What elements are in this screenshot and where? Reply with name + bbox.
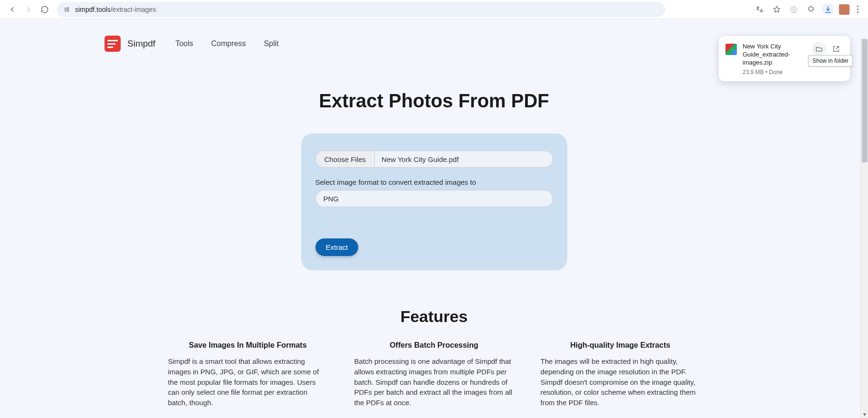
bookmark-star-icon[interactable] [771,3,783,16]
format-select[interactable]: PNG [315,190,553,207]
nav-compress[interactable]: Compress [211,39,246,48]
forward-icon[interactable] [24,5,33,14]
brand-name: Simpdf [127,38,155,49]
features-heading: Features [0,307,868,326]
file-input-row: Choose Files New York City Guide.pdf [315,151,553,168]
primary-nav: Tools Compress Split [175,39,278,48]
features-section: Features Save Images In Multiple Formats… [0,307,868,408]
globe-icon[interactable] [788,3,800,16]
choose-files-button[interactable]: Choose Files [316,151,375,167]
open-external-icon[interactable] [829,42,843,56]
extensions-icon[interactable] [805,3,817,16]
scrollbar[interactable]: ▲ ▼ [860,38,868,418]
scroll-down-icon[interactable]: ▼ [861,410,868,418]
feature-body: The images will be extracted in high qua… [541,356,700,408]
reload-icon[interactable] [40,5,49,14]
site-settings-icon[interactable] [63,6,70,13]
browser-menu-icon[interactable] [854,6,861,13]
feature-card: High-quality Image Extracts The images w… [541,341,700,408]
svg-point-0 [67,7,68,8]
browser-toolbar: simpdf.tools/extract-images [0,0,868,19]
format-label: Select image format to convert extracted… [315,178,553,186]
svg-point-1 [67,10,68,11]
nav-split[interactable]: Split [264,39,278,48]
show-in-folder-icon[interactable] [812,42,826,56]
scroll-thumb[interactable] [862,39,868,162]
nav-tools[interactable]: Tools [175,39,193,48]
address-bar[interactable]: simpdf.tools/extract-images [57,2,665,17]
feature-card: Offers Batch Processing Batch processing… [354,341,514,408]
feature-card: Save Images In Multiple Formats Simpdf i… [168,341,328,408]
brand[interactable]: Simpdf [105,36,155,52]
download-meta: 23.9 MB • Done [743,69,806,76]
download-thumbnail-icon [725,44,737,55]
format-value: PNG [324,195,339,203]
feature-body: Simpdf is a smart tool that allows extra… [168,356,328,408]
translate-icon[interactable] [754,3,766,16]
back-icon[interactable] [8,5,17,14]
profile-avatar[interactable] [839,4,849,15]
extract-button[interactable]: Extract [315,238,359,256]
feature-body: Batch processing is one advantage of Sim… [354,356,514,408]
downloads-icon[interactable] [822,3,834,16]
url-text: simpdf.tools/extract-images [75,6,156,13]
page-title: Extract Photos From PDF [0,90,868,112]
brand-logo-icon [105,36,121,52]
tooltip-show-in-folder: Show in folder [808,55,853,66]
extract-panel: Choose Files New York City Guide.pdf Sel… [301,133,567,270]
feature-title: High-quality Image Extracts [541,341,700,350]
feature-title: Offers Batch Processing [354,341,514,350]
download-filename: New York City Guide_extracted-images.zip [743,43,806,67]
selected-file-name: New York City Guide.pdf [375,151,552,167]
feature-title: Save Images In Multiple Formats [168,341,328,350]
